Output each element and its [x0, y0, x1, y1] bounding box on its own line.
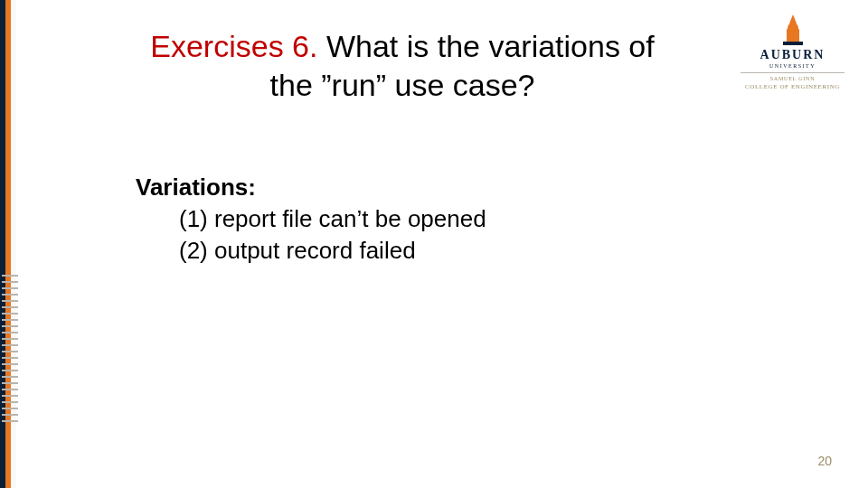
page-number: 20: [817, 454, 832, 468]
logo-subtext: UNIVERSITY: [741, 63, 844, 69]
logo-divider: [741, 72, 844, 73]
slide-title-rest-1: What is the variations of: [317, 29, 654, 63]
slide-title: Exercises 6. What is the variations of t…: [86, 27, 719, 104]
variations-label: Variations:: [136, 172, 486, 203]
tick-strip: [0, 271, 20, 488]
slide-title-prefix: Exercises 6.: [150, 29, 317, 63]
slide-title-line2: the ”run” use case?: [270, 68, 535, 102]
slide-body: Variations: (1) report file can’t be ope…: [136, 172, 486, 267]
auburn-logo: AUBURN UNIVERSITY SAMUEL GINN COLLEGE OF…: [741, 14, 844, 91]
variation-item-2: (2) output record failed: [179, 235, 486, 267]
logo-wordmark: AUBURN: [741, 48, 844, 62]
logo-college: SAMUEL GINN COLLEGE OF ENGINEERING: [741, 76, 844, 91]
logo-college-name: COLLEGE OF ENGINEERING: [741, 83, 844, 91]
logo-tower-icon: [782, 14, 804, 45]
logo-college-prefix: SAMUEL GINN: [741, 76, 844, 83]
variation-item-1: (1) report file can’t be opened: [179, 203, 486, 235]
